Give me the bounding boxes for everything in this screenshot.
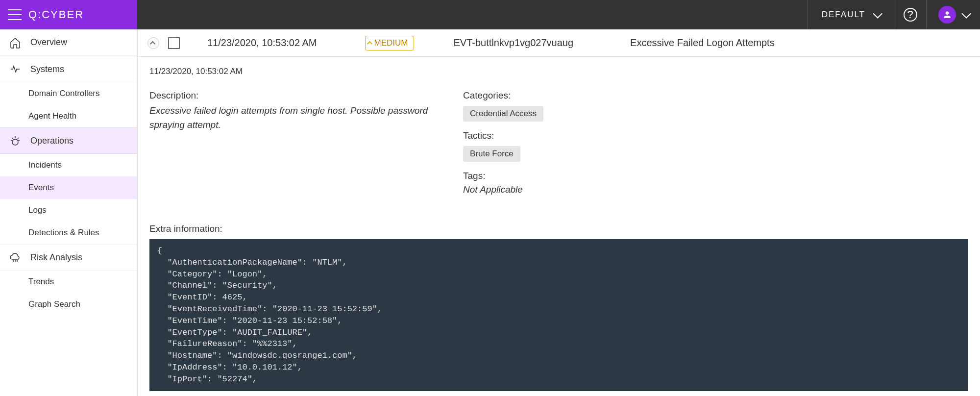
sidebar-item-label: Detections & Rules	[28, 228, 99, 238]
event-timestamp: 11/23/2020, 10:53:02 AM	[207, 37, 317, 49]
chevron-up-icon	[367, 41, 372, 46]
severity-label: MEDIUM	[374, 38, 408, 48]
sidebar: Overview Systems Domain Controllers Agen…	[0, 29, 137, 396]
sidebar-item-label: Operations	[30, 136, 74, 146]
sidebar-item-label: Domain Controllers	[28, 89, 100, 99]
sidebar-item-detections[interactable]: Detections & Rules	[0, 222, 137, 244]
event-timestamp-detail: 11/23/2020, 10:53:02 AM	[149, 67, 968, 76]
sidebar-item-label: Graph Search	[28, 299, 80, 309]
hamburger-menu[interactable]	[8, 9, 22, 20]
cloud-icon	[9, 251, 22, 264]
home-icon	[9, 36, 22, 49]
sidebar-item-graph-search[interactable]: Graph Search	[0, 293, 137, 316]
chevron-down-icon	[873, 9, 882, 19]
sidebar-item-events[interactable]: Events	[0, 176, 137, 199]
svg-point-0	[12, 139, 18, 145]
sidebar-item-agent-health[interactable]: Agent Health	[0, 105, 137, 127]
sidebar-item-label: Overview	[30, 37, 67, 48]
help-button[interactable]: ?	[894, 0, 926, 29]
alert-icon	[9, 134, 22, 147]
main-content: 11/23/2020, 10:53:02 AM MEDIUM EVT-buttl…	[137, 29, 980, 396]
user-menu[interactable]	[926, 0, 980, 29]
sidebar-item-overview[interactable]: Overview	[0, 29, 137, 56]
heartbeat-icon	[9, 63, 22, 75]
sidebar-item-logs[interactable]: Logs	[0, 199, 137, 222]
sidebar-item-operations[interactable]: Operations	[0, 127, 137, 154]
logo: Q:CYBER	[28, 8, 84, 21]
extra-info-json: { "AuthenticationPackageName": "NTLM", "…	[149, 239, 968, 391]
description-text: Excessive failed login attempts from sin…	[149, 104, 443, 132]
sidebar-item-label: Events	[28, 183, 54, 193]
tags-value: Not Applicable	[463, 184, 968, 195]
sidebar-item-domain-controllers[interactable]: Domain Controllers	[0, 82, 137, 105]
event-id: EVT-buttlnkvp1vg027vuaug	[453, 37, 573, 49]
tactics-label: Tactics:	[463, 130, 968, 141]
chevron-down-icon	[961, 9, 971, 19]
chevron-up-icon	[150, 41, 155, 46]
topbar: Q:CYBER DEFAULT ?	[0, 0, 980, 29]
categories-label: Categories:	[463, 90, 968, 101]
sidebar-item-label: Systems	[30, 64, 64, 74]
tactic-chip[interactable]: Brute Force	[463, 146, 520, 162]
sidebar-item-trends[interactable]: Trends	[0, 271, 137, 293]
severity-badge: MEDIUM	[365, 36, 415, 50]
avatar	[938, 6, 956, 24]
tags-label: Tags:	[463, 171, 968, 181]
event-body: 11/23/2020, 10:53:02 AM Description: Exc…	[138, 57, 980, 396]
sidebar-item-label: Incidents	[28, 160, 62, 170]
sidebar-item-label: Agent Health	[28, 111, 76, 121]
sidebar-item-incidents[interactable]: Incidents	[0, 154, 137, 176]
extra-info-label: Extra information:	[149, 223, 968, 234]
help-icon: ?	[904, 8, 917, 22]
category-chip[interactable]: Credential Access	[463, 106, 543, 122]
brand-area: Q:CYBER	[0, 0, 137, 29]
sidebar-item-label: Trends	[28, 277, 54, 287]
tenant-label: DEFAULT	[822, 10, 865, 20]
event-header-row: 11/23/2020, 10:53:02 AM MEDIUM EVT-buttl…	[138, 29, 980, 57]
select-checkbox[interactable]	[168, 37, 180, 49]
collapse-button[interactable]	[147, 37, 159, 49]
sidebar-item-label: Risk Analysis	[30, 252, 82, 263]
tenant-selector[interactable]: DEFAULT	[808, 0, 894, 29]
sidebar-item-risk-analysis[interactable]: Risk Analysis	[0, 244, 137, 271]
description-label: Description:	[149, 90, 443, 101]
sidebar-item-label: Logs	[28, 205, 47, 215]
sidebar-item-systems[interactable]: Systems	[0, 56, 137, 82]
event-title: Excessive Failed Logon Attempts	[630, 37, 775, 49]
user-icon	[942, 10, 952, 20]
